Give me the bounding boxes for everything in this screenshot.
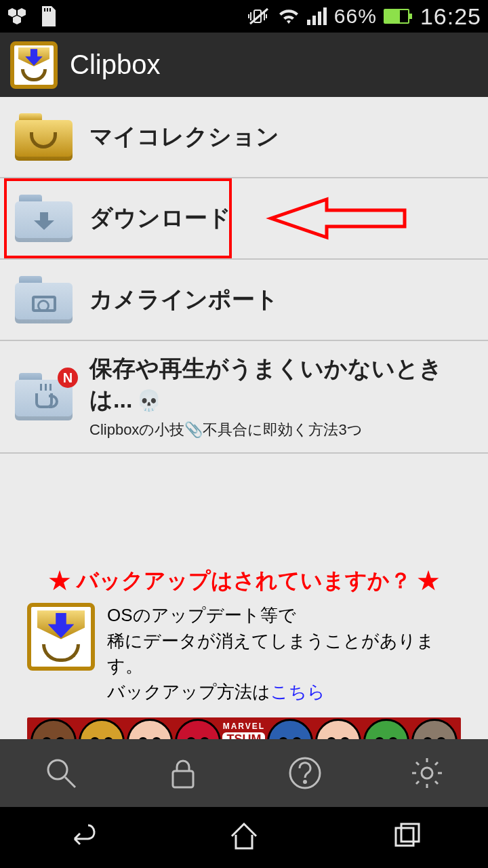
- paperclip-icon: 📎: [184, 421, 203, 438]
- svg-point-12: [48, 760, 67, 779]
- blue-folder-camera-icon: [15, 276, 73, 323]
- gold-folder-clip-icon: [15, 113, 73, 161]
- row-label: 保存や再生がうまくいかないときは...💀: [89, 353, 473, 416]
- app-title: Clipbox: [70, 50, 160, 80]
- new-badge: N: [58, 368, 78, 388]
- app-notification-icon: [7, 7, 30, 26]
- promo-text: OSのアップデート等で 稀にデータが消えてしまうことがあります。 バックアップ方…: [107, 603, 461, 705]
- svg-rect-11: [323, 7, 327, 25]
- search-button[interactable]: [0, 739, 122, 807]
- row-camera-import[interactable]: カメラインポート: [0, 260, 488, 341]
- annotation-arrow-icon: [266, 191, 408, 245]
- lock-icon: [165, 755, 201, 791]
- lock-button[interactable]: [122, 739, 244, 807]
- svg-rect-18: [396, 828, 413, 846]
- cell-signal-icon: [307, 7, 327, 25]
- main-menu-list: マイコレクション ダウンロード カメラインポート N 保存や再生がうまくいかない…: [0, 97, 488, 454]
- wifi-icon: [277, 7, 300, 26]
- android-status-bar: 66% 16:25: [0, 0, 488, 33]
- svg-line-7: [250, 9, 268, 24]
- clipbox-app-icon: [27, 603, 95, 671]
- svg-rect-8: [307, 20, 310, 25]
- gear-icon: [409, 755, 445, 791]
- backup-link[interactable]: こちら: [270, 682, 325, 702]
- svg-line-13: [65, 777, 75, 787]
- row-tips[interactable]: N 保存や再生がうまくいかないときは...💀 Clipboxの小技📎不具合に即効…: [0, 341, 488, 454]
- back-button[interactable]: [64, 818, 99, 856]
- battery-icon: [384, 9, 409, 24]
- svg-rect-10: [318, 12, 321, 25]
- home-button[interactable]: [226, 818, 262, 856]
- svg-rect-4: [47, 8, 48, 12]
- svg-point-16: [304, 781, 306, 783]
- sdcard-icon: [39, 6, 56, 26]
- svg-rect-14: [173, 771, 193, 787]
- row-sublabel: Clipboxの小技📎不具合に即効く方法3つ: [89, 420, 473, 440]
- svg-rect-5: [49, 8, 51, 12]
- settings-button[interactable]: [366, 739, 488, 807]
- skull-icon: 💀: [136, 389, 161, 412]
- home-icon: [226, 818, 262, 854]
- clock: 16:25: [420, 3, 481, 30]
- backup-promo: ★ バックアップはされていますか？ ★ OSのアップデート等で 稀にデータが消え…: [0, 555, 488, 705]
- svg-marker-2: [13, 16, 21, 24]
- svg-point-17: [422, 768, 432, 778]
- battery-percentage: 66%: [334, 5, 377, 28]
- svg-marker-1: [18, 8, 26, 17]
- svg-marker-0: [8, 8, 16, 17]
- recent-apps-button[interactable]: [389, 818, 424, 856]
- row-download[interactable]: ダウンロード: [0, 178, 488, 260]
- svg-rect-19: [401, 824, 419, 842]
- android-nav-bar: [0, 807, 488, 868]
- vibrate-mute-icon: [247, 6, 270, 26]
- blue-folder-download-icon: [15, 195, 73, 242]
- promo-title: ★ バックアップはされていますか？ ★: [27, 566, 461, 596]
- app-toolbar: [0, 739, 488, 807]
- row-label: カメラインポート: [89, 284, 473, 315]
- svg-rect-9: [312, 16, 316, 25]
- blue-folder-tips-icon: N: [15, 373, 73, 420]
- help-icon: [287, 755, 323, 791]
- help-button[interactable]: [244, 739, 366, 807]
- app-header: Clipbox: [0, 33, 488, 97]
- row-label: マイコレクション: [89, 121, 473, 153]
- clipbox-app-icon: [10, 41, 58, 89]
- svg-rect-3: [44, 8, 45, 12]
- back-icon: [64, 818, 99, 854]
- recent-apps-icon: [389, 818, 424, 854]
- row-my-collection[interactable]: マイコレクション: [0, 97, 488, 178]
- search-icon: [43, 755, 79, 791]
